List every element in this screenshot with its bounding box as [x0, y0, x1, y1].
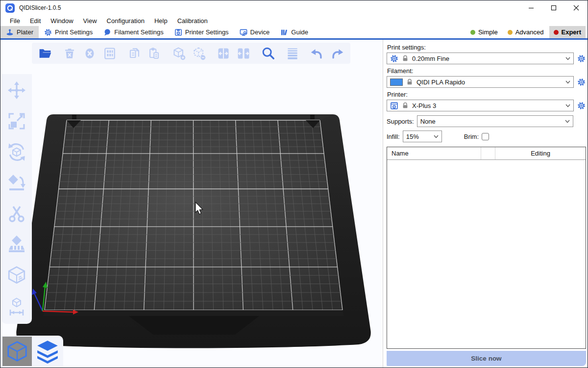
tab-label: Device: [250, 28, 270, 36]
supports-combo[interactable]: None: [417, 115, 573, 127]
print-settings-combo[interactable]: 0.20mm Fine: [387, 53, 574, 64]
menu-help[interactable]: Help: [149, 17, 172, 25]
maximize-button[interactable]: [542, 0, 565, 15]
title-bar: QIDISlicer-1.0.5: [0, 0, 588, 15]
column-editing: Editing: [495, 150, 586, 157]
menu-view[interactable]: View: [78, 17, 102, 25]
gear-icon: [577, 54, 586, 63]
arrange-icon[interactable]: [102, 46, 117, 61]
menu-bar: File Edit Window View Configuration Help…: [0, 15, 588, 26]
tab-bar: Plater Print Settings Filament Settings …: [0, 26, 588, 38]
settings-sidebar: Print settings: 0.20mm Fine Filament: QI…: [383, 40, 588, 368]
object-list[interactable]: Name Editing: [387, 147, 586, 349]
app-window: QIDISlicer-1.0.5 File Edit Window View C…: [0, 0, 588, 368]
app-logo-icon: [5, 3, 15, 13]
simple-dot-icon: [470, 30, 475, 35]
mode-label: Simple: [478, 28, 498, 36]
3d-editor-view-button[interactable]: [2, 337, 32, 366]
cut-tool-icon[interactable]: [6, 204, 27, 224]
open-folder-icon[interactable]: [38, 46, 52, 61]
minimize-button[interactable]: [520, 0, 542, 15]
gear-icon: [577, 102, 586, 110]
infill-value: 15%: [406, 133, 419, 140]
print-bed-render[interactable]: [0, 40, 383, 368]
add-instance-icon[interactable]: [172, 46, 186, 61]
remove-instance-icon[interactable]: [192, 46, 206, 61]
filament-edit-button[interactable]: [576, 78, 586, 86]
move-tool-icon[interactable]: [6, 80, 27, 101]
tab-label: Print Settings: [55, 28, 93, 36]
search-icon[interactable]: [261, 46, 275, 61]
menu-edit[interactable]: Edit: [25, 17, 46, 25]
chevron-down-icon: [565, 57, 570, 60]
gear-icon: [44, 28, 52, 36]
menu-file[interactable]: File: [5, 17, 25, 25]
lock-icon: [402, 102, 409, 109]
split-to-parts-icon[interactable]: [236, 46, 251, 61]
brim-label: Brim:: [464, 133, 479, 140]
tab-label: Plater: [17, 28, 33, 36]
filament-icon: [103, 28, 111, 36]
delete-icon[interactable]: [62, 46, 77, 61]
object-list-body[interactable]: [387, 160, 586, 348]
rim-notch-left: [72, 115, 76, 119]
rotate-tool-icon[interactable]: [6, 142, 27, 162]
infill-combo[interactable]: 15%: [403, 131, 442, 142]
brim-checkbox[interactable]: [482, 133, 489, 140]
3d-viewport[interactable]: [0, 40, 383, 368]
copy-icon[interactable]: [127, 46, 142, 61]
printer-icon: [174, 28, 182, 36]
close-button[interactable]: [565, 0, 588, 15]
mode-advanced[interactable]: Advanced: [503, 26, 548, 38]
tab-label: Printer Settings: [185, 28, 229, 36]
tab-filament-settings[interactable]: Filament Settings: [98, 26, 169, 38]
undo-icon[interactable]: [310, 46, 324, 61]
tab-printer-settings[interactable]: Printer Settings: [169, 26, 234, 38]
variable-layer-height-icon[interactable]: [285, 46, 300, 61]
slice-now-button[interactable]: Slice now: [387, 351, 586, 366]
chevron-down-icon: [565, 104, 570, 107]
seam-painting-tool-icon[interactable]: [6, 265, 27, 286]
infill-label: Infill:: [387, 133, 400, 140]
gear-icon: [577, 78, 586, 86]
mode-simple[interactable]: Simple: [466, 26, 502, 38]
printer-label: Printer:: [387, 91, 586, 98]
mode-expert[interactable]: Expert: [549, 26, 586, 38]
mode-label: Expert: [562, 28, 581, 36]
chevron-down-icon: [565, 120, 570, 123]
menu-calibration[interactable]: Calibration: [172, 17, 213, 25]
tab-guide[interactable]: Guide: [275, 26, 314, 38]
place-on-face-tool-icon[interactable]: [6, 173, 27, 193]
filament-color-swatch: [390, 79, 403, 86]
scale-tool-icon[interactable]: [6, 111, 27, 131]
tab-print-settings[interactable]: Print Settings: [39, 26, 98, 38]
object-list-header: Name Editing: [387, 147, 586, 160]
paste-icon[interactable]: [147, 46, 162, 61]
lock-icon: [406, 79, 413, 85]
mode-selector: Simple Advanced Expert: [466, 26, 588, 38]
tab-device[interactable]: Device: [234, 26, 275, 38]
menu-configuration[interactable]: Configuration: [102, 17, 149, 25]
bed-rim-top: [53, 115, 333, 120]
guide-icon: [280, 28, 288, 36]
supports-value: None: [420, 118, 436, 125]
filament-combo[interactable]: QIDI PLA Rapido: [387, 76, 574, 88]
layers-icon: [35, 339, 60, 364]
measure-tool-icon[interactable]: [6, 296, 27, 317]
supports-label: Supports:: [387, 118, 414, 125]
printer-edit-button[interactable]: [576, 102, 586, 110]
mode-label: Advanced: [515, 28, 544, 36]
menu-window[interactable]: Window: [46, 17, 78, 25]
redo-icon[interactable]: [330, 46, 344, 61]
delete-all-icon[interactable]: [82, 46, 97, 61]
device-icon: [240, 28, 247, 36]
printer-combo[interactable]: X-Plus 3: [387, 100, 574, 111]
chevron-down-icon: [434, 135, 439, 138]
printer-icon: [390, 102, 398, 110]
split-to-objects-icon[interactable]: [216, 46, 231, 61]
tab-plater[interactable]: Plater: [0, 26, 39, 38]
print-settings-edit-button[interactable]: [576, 54, 586, 63]
paint-on-supports-tool-icon[interactable]: [6, 235, 27, 255]
gear-icon: [390, 54, 398, 63]
preview-view-button[interactable]: [33, 337, 62, 366]
